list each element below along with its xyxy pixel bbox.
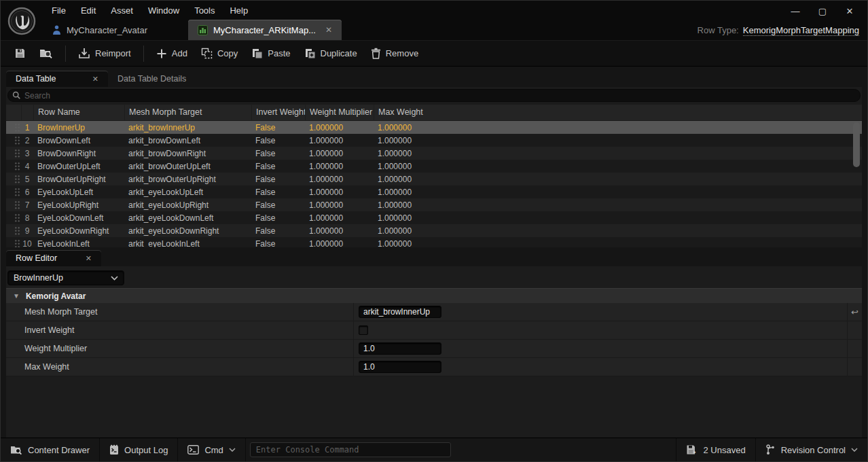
cmd-dropdown-button[interactable]: Cmd	[178, 438, 245, 461]
tab-data-table-details[interactable]: Data Table Details	[108, 71, 196, 87]
column-header-weight-multiplier[interactable]: Weight Multiplier	[305, 105, 374, 120]
tab-close-icon[interactable]: ✕	[86, 254, 92, 263]
cell-mesh-morph-target[interactable]: arkit_eyeLookDownLeft	[124, 213, 251, 223]
cell-mesh-morph-target[interactable]: arkit_browOuterUpLeft	[124, 162, 251, 171]
cell-mesh-morph-target[interactable]: arkit_browDownRight	[124, 149, 251, 158]
cell-mesh-morph-target[interactable]: arkit_browOuterUpRight	[124, 175, 251, 184]
cell-invert-weight[interactable]: False	[251, 200, 305, 210]
cell-row-name[interactable]: BrowDownLeft	[33, 136, 124, 145]
column-header-row-name[interactable]: Row Name	[33, 105, 124, 120]
drag-handle-icon[interactable]	[14, 188, 20, 196]
cell-row-name[interactable]: BrowInnerUp	[33, 123, 124, 132]
drag-handle-icon[interactable]	[14, 175, 20, 183]
cell-weight-multiplier[interactable]: 1.000000	[305, 162, 374, 171]
unsaved-assets-button[interactable]: * 2 Unsaved	[676, 438, 755, 461]
reset-to-default-icon[interactable]: ↩	[851, 307, 858, 317]
table-row[interactable]: 10 EyeLookInLeft arkit_eyeLookInLeft Fal…	[6, 237, 862, 247]
table-row[interactable]: 9 EyeLookDownRight arkit_eyeLookDownRigh…	[6, 224, 862, 237]
cell-mesh-morph-target[interactable]: arkit_eyeLookDownRight	[124, 226, 251, 236]
cell-max-weight[interactable]: 1.000000	[374, 175, 429, 184]
drag-handle-icon[interactable]	[14, 213, 20, 222]
cell-mesh-morph-target[interactable]: arkit_eyeLookUpRight	[124, 200, 251, 210]
tab-row-editor[interactable]: Row Editor ✕	[6, 250, 101, 266]
tab-mycharacter-avatar[interactable]: MyCharacter_Avatar	[43, 20, 157, 40]
close-button[interactable]: ✕	[836, 2, 863, 20]
add-button[interactable]: Add	[149, 45, 194, 63]
menu-asset[interactable]: Asset	[103, 3, 141, 18]
cell-invert-weight[interactable]: False	[251, 226, 305, 236]
tab-close-icon[interactable]: ✕	[325, 25, 332, 35]
table-row[interactable]: 2 BrowDownLeft arkit_browDownLeft False …	[6, 134, 862, 147]
cell-row-name[interactable]: BrowOuterUpRight	[33, 175, 124, 184]
table-row[interactable]: 4 BrowOuterUpLeft arkit_browOuterUpLeft …	[6, 160, 862, 173]
cell-row-name[interactable]: BrowOuterUpLeft	[33, 162, 124, 171]
cell-weight-multiplier[interactable]: 1.000000	[305, 123, 374, 132]
menu-edit[interactable]: Edit	[73, 3, 103, 18]
tab-close-icon[interactable]: ✕	[92, 75, 98, 84]
drag-handle-icon[interactable]	[14, 226, 20, 235]
cell-row-name[interactable]: EyeLookDownLeft	[33, 213, 124, 223]
cell-invert-weight[interactable]: False	[251, 136, 305, 145]
menu-help[interactable]: Help	[222, 3, 255, 18]
console-command-input[interactable]	[250, 442, 451, 457]
table-row[interactable]: 1 BrowInnerUp arkit_browInnerUp False 1.…	[6, 121, 862, 134]
column-header-invert-weight[interactable]: Invert Weight	[251, 105, 305, 120]
cell-mesh-morph-target[interactable]: arkit_eyeLookInLeft	[124, 239, 251, 248]
search-input[interactable]	[24, 91, 818, 101]
cell-row-name[interactable]: EyeLookUpRight	[33, 200, 124, 210]
cell-max-weight[interactable]: 1.000000	[374, 188, 429, 197]
column-header-mesh-morph-target[interactable]: Mesh Morph Target	[124, 105, 251, 120]
content-drawer-button[interactable]: Content Drawer	[1, 438, 100, 461]
cell-invert-weight[interactable]: False	[251, 239, 305, 248]
remove-button[interactable]: Remove	[364, 44, 425, 63]
minimize-button[interactable]: —	[782, 2, 809, 20]
cell-max-weight[interactable]: 1.000000	[374, 123, 429, 132]
drag-handle-icon[interactable]	[14, 149, 20, 158]
cell-weight-multiplier[interactable]: 1.000000	[305, 239, 374, 248]
duplicate-button[interactable]: Duplicate	[297, 44, 364, 63]
menu-tools[interactable]: Tools	[187, 3, 222, 18]
cell-row-name[interactable]: EyeLookInLeft	[33, 239, 124, 248]
output-log-button[interactable]: Output Log	[100, 438, 178, 461]
table-row[interactable]: 8 EyeLookDownLeft arkit_eyeLookDownLeft …	[6, 211, 862, 224]
cell-mesh-morph-target[interactable]: arkit_browInnerUp	[124, 123, 251, 132]
cell-max-weight[interactable]: 1.000000	[374, 239, 429, 248]
cell-weight-multiplier[interactable]: 1.000000	[305, 188, 374, 197]
cell-max-weight[interactable]: 1.000000	[374, 200, 429, 210]
column-header-max-weight[interactable]: Max Weight	[374, 105, 429, 120]
drag-handle-icon[interactable]	[14, 200, 20, 209]
save-button[interactable]	[7, 44, 33, 63]
cell-max-weight[interactable]: 1.000000	[374, 136, 429, 145]
mesh-morph-target-input[interactable]	[359, 306, 441, 318]
vertical-scrollbar[interactable]	[853, 122, 860, 167]
cell-invert-weight[interactable]: False	[251, 188, 305, 197]
max-weight-input[interactable]	[359, 361, 441, 373]
table-row[interactable]: 5 BrowOuterUpRight arkit_browOuterUpRigh…	[6, 173, 862, 185]
drag-handle-icon[interactable]	[14, 123, 20, 132]
revision-control-button[interactable]: Revision Control	[755, 438, 867, 461]
cell-max-weight[interactable]: 1.000000	[374, 226, 429, 236]
table-row[interactable]: 6 EyeLookUpLeft arkit_eyeLookUpLeft Fals…	[6, 185, 862, 198]
cell-mesh-morph-target[interactable]: arkit_browDownLeft	[124, 136, 251, 145]
menu-file[interactable]: File	[44, 3, 73, 18]
row-select-dropdown[interactable]: BrowInnerUp	[7, 270, 124, 285]
menu-window[interactable]: Window	[141, 3, 187, 18]
cell-invert-weight[interactable]: False	[251, 149, 305, 158]
cell-weight-multiplier[interactable]: 1.000000	[305, 200, 374, 210]
cell-row-name[interactable]: EyeLookDownRight	[33, 226, 124, 236]
copy-button[interactable]: Copy	[194, 44, 245, 63]
cell-weight-multiplier[interactable]: 1.000000	[305, 149, 374, 158]
weight-multiplier-input[interactable]	[359, 342, 441, 355]
cell-mesh-morph-target[interactable]: arkit_eyeLookUpLeft	[124, 188, 251, 197]
table-row[interactable]: 7 EyeLookUpRight arkit_eyeLookUpRight Fa…	[6, 198, 862, 211]
row-type-link[interactable]: KemorigMorphTargetMapping	[743, 25, 859, 36]
drag-handle-icon[interactable]	[14, 239, 20, 247]
cell-max-weight[interactable]: 1.000000	[374, 162, 429, 171]
drag-handle-icon[interactable]	[14, 136, 20, 145]
tab-mycharacter-arkitmap[interactable]: MyCharacter_ARKitMap... ✕	[188, 20, 342, 40]
category-header-kemorig-avatar[interactable]: ▼ Kemorig Avatar	[6, 288, 862, 303]
maximize-button[interactable]: ▢	[809, 2, 836, 20]
cell-max-weight[interactable]: 1.000000	[374, 213, 429, 223]
cell-invert-weight[interactable]: False	[251, 213, 305, 223]
reimport-button[interactable]: Reimport	[71, 44, 138, 63]
